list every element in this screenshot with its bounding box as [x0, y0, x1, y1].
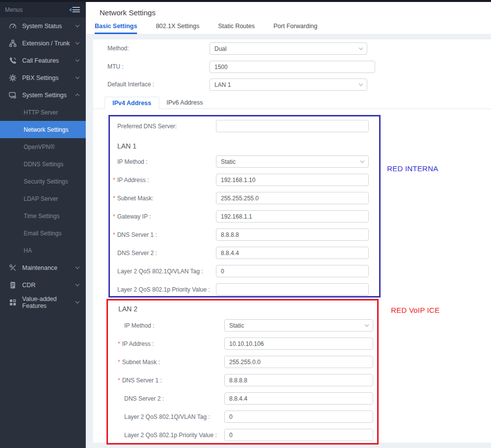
lan2-ip-address-input[interactable]	[224, 337, 373, 350]
sidebar-item-label: Call Features	[22, 57, 59, 64]
lan1-vlan-tag-input[interactable]	[216, 265, 369, 277]
sidebar-item-label: System Settings	[22, 92, 67, 99]
selected-value: LAN 1	[214, 81, 231, 88]
tab-port-forwarding[interactable]: Port Forwarding	[274, 18, 317, 34]
lan2-dns-server-1-input[interactable]	[224, 374, 373, 386]
chevron-down-icon	[75, 23, 79, 27]
field-label: Layer 2 QoS 802.1p Priority Value :	[117, 286, 210, 293]
required-asterisk: *	[118, 359, 120, 366]
tools-icon	[9, 264, 17, 272]
tab-ipv6-address[interactable]: IPv6 Address	[159, 97, 210, 109]
form-row-dns-server-1: * DNS Server 1 :	[108, 374, 377, 386]
field-label: DNS Server 2 :	[117, 250, 157, 257]
form-row-priority-value: Layer 2 QoS 802.1p Priority Value :	[110, 283, 379, 296]
preferred-dns-input[interactable]	[216, 120, 369, 132]
chevron-down-icon	[75, 75, 79, 79]
method-select[interactable]: Dual	[210, 42, 367, 55]
form-row-vlan-tag: Layer 2 QoS 802.1Q/VLAN Tag :	[110, 265, 379, 277]
gear-icon	[9, 74, 17, 82]
sidebar-item-label: PBX Settings	[22, 75, 59, 81]
lan2-ip-method-select[interactable]: Static	[224, 319, 373, 332]
tab-static-routes[interactable]: Static Routes	[218, 18, 254, 34]
sidebar-item-network-settings[interactable]: Network Settings	[0, 121, 86, 138]
field-label: Subnet Mask :	[122, 359, 160, 366]
sidebar-item-ddns-settings[interactable]: DDNS Settings	[0, 155, 86, 173]
menu-collapse-icon[interactable]	[69, 7, 80, 12]
field-label: Subnet Mask:	[117, 195, 153, 202]
form-row-vlan-tag: Layer 2 QoS 802.1Q/VLAN Tag :	[108, 411, 377, 423]
selected-value: Static	[221, 158, 236, 165]
lan2-vlan-tag-input[interactable]	[224, 411, 373, 423]
selected-value: Static	[229, 322, 244, 329]
document-icon	[9, 281, 17, 289]
sub-item-label: HA	[24, 247, 32, 254]
lan1-subnet-mask-input[interactable]	[216, 192, 369, 204]
sidebar-item-label: Maintenance	[22, 264, 58, 271]
selected-value: Dual	[214, 45, 227, 52]
grid-icon	[9, 299, 17, 306]
main-tabs: Basic Settings 802.1X Settings Static Ro…	[95, 18, 336, 34]
sidebar-item-system-status[interactable]: System Status	[0, 17, 86, 35]
sidebar-item-maintenance[interactable]: Maintenance	[0, 259, 86, 276]
select-chevron-icon	[359, 82, 363, 86]
lan1-dns-server-2-input[interactable]	[216, 247, 369, 259]
sidebar-item-value-added-features[interactable]: Value-added Features	[0, 294, 86, 311]
required-asterisk: *	[113, 231, 115, 238]
field-label: Layer 2 QoS 802.1p Priority Value :	[124, 432, 217, 439]
field-label: IP Method :	[124, 322, 154, 329]
gauge-icon	[9, 22, 17, 30]
sidebar-item-time-settings[interactable]: Time Settings	[0, 207, 86, 224]
field-label: IP Address :	[122, 340, 154, 347]
sub-item-label: OpenVPN®	[24, 144, 55, 150]
field-label: Layer 2 QoS 802.1Q/VLAN Tag :	[117, 268, 203, 275]
sidebar-item-email-settings[interactable]: Email Settings	[0, 224, 86, 242]
sub-item-label: Email Settings	[24, 230, 62, 237]
lan1-dns-server-1-input[interactable]	[216, 228, 369, 241]
sidebar-item-openvpn[interactable]: OpenVPN®	[0, 138, 86, 155]
form-row-ip-method: IP Method : Static	[108, 319, 377, 332]
sidebar-item-security-settings[interactable]: Security Settings	[0, 173, 86, 190]
tab-ipv4-address[interactable]: IPv4 Address	[105, 97, 159, 109]
form-row-ip-address: * IP Address :	[108, 337, 377, 350]
lan1-ip-address-input[interactable]	[216, 174, 369, 186]
sidebar-item-label: CDR	[22, 282, 35, 289]
field-label: Layer 2 QoS 802.1Q/VLAN Tag :	[124, 413, 210, 420]
sidebar-item-system-settings[interactable]: System Settings	[0, 86, 86, 104]
lan2-priority-value-input[interactable]	[224, 429, 373, 441]
lan1-section-title: LAN 1	[117, 142, 137, 150]
settings-panel: Method: Dual MTU : Default Interface : L…	[93, 39, 491, 443]
tab-8021x-settings[interactable]: 802.1X Settings	[156, 18, 199, 34]
sidebar-item-ha[interactable]: HA	[0, 242, 86, 259]
lan2-section-title: LAN 2	[118, 305, 138, 313]
lan1-priority-value-input[interactable]	[216, 283, 369, 296]
hamburger-icon	[72, 7, 80, 12]
lan1-ip-method-select[interactable]: Static	[216, 155, 369, 168]
app-root: Menus System Status Extension / Trunk	[0, 0, 491, 448]
sidebar-item-http-server[interactable]: HTTP Server	[0, 104, 86, 121]
field-label: DNS Server 1 :	[122, 377, 162, 384]
field-label: MTU :	[107, 61, 124, 73]
default-interface-select[interactable]: LAN 1	[210, 78, 367, 91]
sidebar-item-call-features[interactable]: Call Features	[0, 52, 86, 69]
monitor-gear-icon	[9, 91, 17, 99]
sidebar-item-cdr[interactable]: CDR	[0, 276, 86, 294]
field-label: IP Address :	[117, 177, 149, 184]
form-row-ip-method: IP Method : Static	[110, 155, 379, 168]
sidebar-item-label: Extension / Trunk	[22, 40, 70, 47]
chevron-down-icon	[75, 299, 79, 303]
form-row-preferred-dns: Preferred DNS Server:	[110, 120, 379, 132]
field-label: IP Method :	[117, 158, 147, 165]
chevron-down-icon	[75, 265, 79, 269]
sidebar-item-pbx-settings[interactable]: PBX Settings	[0, 69, 86, 86]
mtu-input[interactable]	[210, 61, 375, 73]
tab-basic-settings[interactable]: Basic Settings	[95, 18, 137, 34]
select-chevron-icon	[359, 46, 363, 50]
sidebar-item-ldap-server[interactable]: LDAP Server	[0, 190, 86, 207]
sidebar-item-extension-trunk[interactable]: Extension / Trunk	[0, 35, 86, 52]
lan2-subnet-mask-input[interactable]	[224, 356, 373, 368]
lan2-highlight-box: LAN 2 IP Method : Static * IP Address : …	[106, 299, 379, 445]
sub-item-label: Security Settings	[24, 178, 68, 185]
sub-item-label: HTTP Server	[24, 109, 58, 116]
lan2-dns-server-2-input[interactable]	[224, 392, 373, 405]
lan1-gateway-ip-input[interactable]	[216, 210, 369, 223]
